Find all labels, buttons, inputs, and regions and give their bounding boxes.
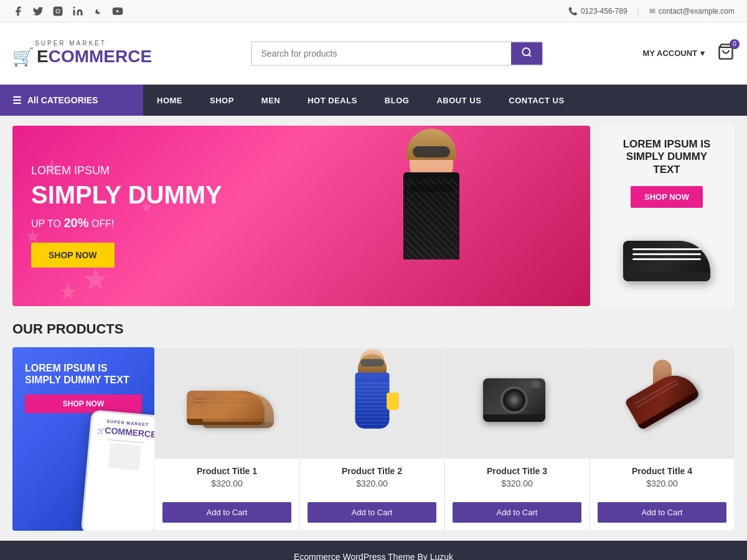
search-input[interactable] xyxy=(252,42,511,65)
instagram-icon[interactable] xyxy=(52,6,63,17)
add-to-cart-1[interactable]: Add to Cart xyxy=(162,502,291,523)
hamburger-icon: ☰ xyxy=(12,95,21,106)
logo-text: ECOMMERCE xyxy=(37,47,152,67)
top-bar: 📞 0123-456-789 | ✉ contact@example.com xyxy=(0,0,747,22)
products-grid: LOREM IPSUM IS SIMPLY DUMMY TEXT SHOP NO… xyxy=(12,347,735,531)
product-info-2: Product Title 2 $320.00 xyxy=(300,459,444,502)
nav-links: HOME SHOP MEN HOT DEALS BLOG ABOUT US CO… xyxy=(143,85,747,116)
promo-shop-now-button[interactable]: SHOP NOW xyxy=(25,394,142,413)
my-account-button[interactable]: MY ACCOUNT ▾ xyxy=(643,49,705,58)
product-info-1: Product Title 1 $320.00 xyxy=(155,459,299,502)
side-banner-shop-now-button[interactable]: SHOP NOW xyxy=(631,186,703,208)
banner-offer: UP TO 20% OFF! xyxy=(31,216,222,230)
account-chevron-icon: ▾ xyxy=(700,49,705,58)
contact-info: 📞 0123-456-789 | ✉ contact@example.com xyxy=(568,7,735,16)
product-cards: Product Title 1 $320.00 Add to Cart xyxy=(154,347,735,531)
footer: Ecommerce WordPress Theme By Luzuk xyxy=(0,541,747,560)
logo-cart-icon: 🛒 xyxy=(12,47,34,67)
add-to-cart-3[interactable]: Add to Cart xyxy=(453,502,581,523)
hero-section: ★ ★ ★ ★ ★ LOREM IPSUM SIMPLY DUMMY UP TO… xyxy=(12,126,735,306)
svg-point-2 xyxy=(73,6,75,8)
banner-content: LOREM IPSUM SIMPLY DUMMY UP TO 20% OFF! … xyxy=(31,164,222,268)
side-banner: LOREM IPSUM IS SIMPLY DUMMY TEXT SHOP NO… xyxy=(599,126,735,306)
product-card-3: Product Title 3 $320.00 Add to Cart xyxy=(444,347,590,531)
promo-card: LOREM IPSUM IS SIMPLY DUMMY TEXT SHOP NO… xyxy=(12,347,154,531)
cart-button[interactable]: 0 xyxy=(717,43,735,64)
navbar: ☰ All CATEGORIES HOME SHOP MEN HOT DEALS… xyxy=(0,85,747,116)
add-to-cart-4[interactable]: Add to Cart xyxy=(598,502,726,523)
product-title-2: Product Title 2 xyxy=(308,466,436,476)
logo-super-text: SUPER MARKET xyxy=(35,40,106,47)
product-card-1: Product Title 1 $320.00 Add to Cart xyxy=(154,347,299,531)
logo-main: 🛒 ECOMMERCE xyxy=(12,47,152,67)
product-info-4: Product Title 4 $320.00 xyxy=(590,459,734,502)
product-image-4 xyxy=(590,348,734,459)
googleplus-icon[interactable] xyxy=(92,6,103,17)
footer-text: Ecommerce WordPress Theme By Luzuk xyxy=(294,552,453,560)
products-section-title: OUR PRODUCTS xyxy=(12,321,735,337)
nav-blog[interactable]: BLOG xyxy=(371,85,423,116)
all-categories-label: All CATEGORIES xyxy=(27,95,98,105)
product-info-3: Product Title 3 $320.00 xyxy=(445,459,589,502)
svg-rect-0 xyxy=(54,6,63,16)
banner-title: SIMPLY DUMMY xyxy=(31,181,222,208)
banner-shop-now-button[interactable]: SHOP NOW xyxy=(31,243,115,268)
email-info: ✉ contact@example.com xyxy=(649,7,735,16)
email-icon: ✉ xyxy=(649,7,655,16)
product-image-2 xyxy=(300,348,444,459)
email-address: contact@example.com xyxy=(659,7,735,16)
products-section: OUR PRODUCTS LOREM IPSUM IS SIMPLY DUMMY… xyxy=(12,321,735,531)
svg-line-5 xyxy=(529,54,531,56)
linkedin-icon[interactable] xyxy=(72,6,83,17)
phone-icon: 📞 xyxy=(568,7,578,16)
nav-men[interactable]: MEN xyxy=(248,85,294,116)
product-price-4: $320.00 xyxy=(598,478,726,488)
side-banner-text: LOREM IPSUM IS SIMPLY DUMMY TEXT SHOP NO… xyxy=(611,138,722,208)
nav-contact[interactable]: CONTACT US xyxy=(495,85,578,116)
product-title-4: Product Title 4 xyxy=(598,466,726,476)
header: SUPER MARKET 🛒 ECOMMERCE MY ACCOUNT ▾ 0 xyxy=(0,22,747,85)
nav-shop[interactable]: SHOP xyxy=(196,85,248,116)
nav-hot-deals[interactable]: HOT DEALS xyxy=(294,85,371,116)
product-image-1 xyxy=(155,348,299,459)
facebook-icon[interactable] xyxy=(12,6,24,17)
product-card-4: Product Title 4 $320.00 Add to Cart xyxy=(590,347,735,531)
product-price-2: $320.00 xyxy=(308,478,436,488)
shoe-image xyxy=(617,213,716,294)
product-price-1: $320.00 xyxy=(162,478,291,488)
main-content: ★ ★ ★ ★ ★ LOREM IPSUM SIMPLY DUMMY UP TO… xyxy=(0,116,747,541)
nav-about[interactable]: ABOUT US xyxy=(423,85,495,116)
twitter-icon[interactable] xyxy=(32,6,44,17)
banner-subtitle: LOREM IPSUM xyxy=(31,164,222,177)
phone-mockup: SUPER MARKET 🛒COMMERCE xyxy=(81,409,154,531)
promo-card-title: LOREM IPSUM IS SIMPLY DUMMY TEXT xyxy=(25,362,142,386)
product-price-3: $320.00 xyxy=(453,478,581,488)
phone-info: 📞 0123-456-789 xyxy=(568,7,627,16)
header-right: MY ACCOUNT ▾ 0 xyxy=(643,43,735,64)
logo[interactable]: SUPER MARKET 🛒 ECOMMERCE xyxy=(12,40,152,67)
account-label: MY ACCOUNT xyxy=(643,49,697,58)
side-banner-title: LOREM IPSUM IS SIMPLY DUMMY TEXT xyxy=(611,138,722,176)
product-title-3: Product Title 3 xyxy=(453,466,581,476)
svg-point-4 xyxy=(523,48,530,55)
search-button[interactable] xyxy=(511,42,542,65)
product-card-2: Product Title 2 $320.00 Add to Cart xyxy=(299,347,444,531)
divider: | xyxy=(637,7,639,16)
product-image-3 xyxy=(445,348,589,459)
cart-badge: 0 xyxy=(730,39,740,49)
social-icons xyxy=(12,6,123,17)
search-bar xyxy=(251,41,543,66)
youtube-icon[interactable] xyxy=(112,6,123,17)
all-categories-button[interactable]: ☰ All CATEGORIES xyxy=(0,85,143,116)
main-banner: ★ ★ ★ ★ ★ LOREM IPSUM SIMPLY DUMMY UP TO… xyxy=(12,126,590,306)
phone-number: 0123-456-789 xyxy=(581,7,627,16)
add-to-cart-2[interactable]: Add to Cart xyxy=(308,502,436,523)
nav-home[interactable]: HOME xyxy=(143,85,196,116)
product-title-1: Product Title 1 xyxy=(162,466,291,476)
